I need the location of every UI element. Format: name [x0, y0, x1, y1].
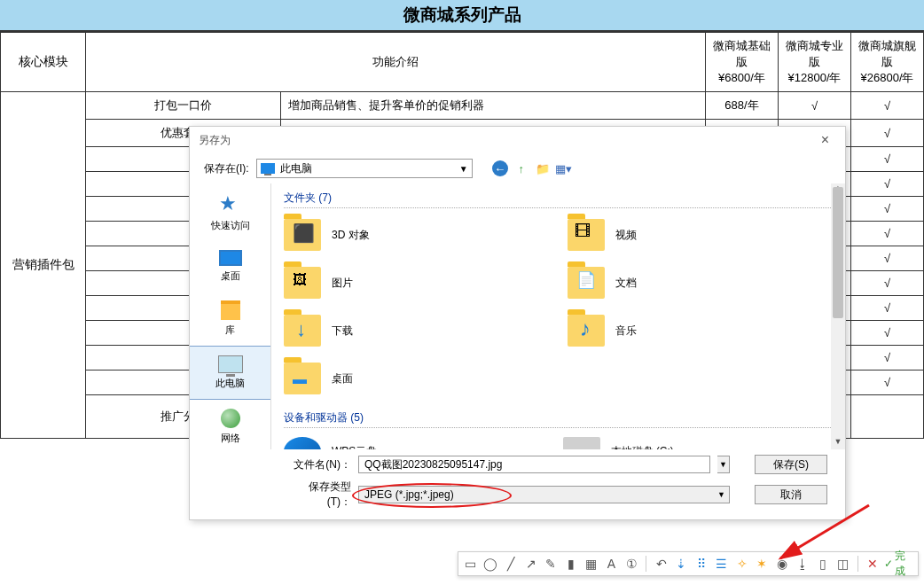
- sidebar-item-label: 此电脑: [215, 377, 245, 390]
- col-module: 核心模块: [1, 33, 86, 92]
- library-icon: [221, 300, 240, 320]
- drive-label: WPS云盘: [332, 444, 377, 450]
- new-folder-icon[interactable]: 📁: [535, 160, 551, 176]
- edit-tool-icon[interactable]: ✶: [754, 555, 771, 573]
- brush-tool-icon[interactable]: ✎: [543, 555, 560, 573]
- marker-tool-icon[interactable]: ▮: [563, 555, 580, 573]
- drive-label: 本地磁盘 (C:): [611, 444, 674, 450]
- location-select[interactable]: 此电脑 ▼: [256, 159, 473, 178]
- folder-label: 图片: [332, 276, 353, 291]
- chevron-down-icon: ▼: [717, 490, 725, 499]
- scroll-down-icon[interactable]: ▼: [831, 437, 845, 449]
- crop-tool-icon[interactable]: ✧: [733, 555, 750, 573]
- sidebar-item-lib[interactable]: 库: [190, 292, 270, 346]
- folder-label: 3D 对象: [332, 228, 370, 243]
- sidebar-item-desktop[interactable]: 桌面: [190, 241, 270, 292]
- phone-tool-icon[interactable]: ▯: [814, 555, 831, 573]
- scrollbar[interactable]: ▲ ▼: [831, 183, 845, 449]
- cell-ult: √: [851, 120, 924, 147]
- cancel-button[interactable]: 取消: [755, 485, 827, 504]
- col-basic: 微商城基础版 ¥6800/年: [706, 33, 779, 92]
- folder-icon: [284, 267, 321, 299]
- scroll-thumb[interactable]: [833, 187, 843, 318]
- folder-pictures[interactable]: 图片: [284, 267, 550, 299]
- record-tool-icon[interactable]: ◉: [774, 555, 791, 573]
- undo-tool-icon[interactable]: ↶: [653, 555, 670, 573]
- view-icon[interactable]: ▦▾: [556, 160, 572, 176]
- close-icon[interactable]: ×: [814, 132, 836, 148]
- cell-ult: [851, 395, 924, 439]
- col-ult: 微商城旗舰版 ¥26800/年: [851, 33, 924, 92]
- sidebar-item-network[interactable]: 网络: [190, 400, 270, 454]
- ellipse-tool-icon[interactable]: ◯: [482, 555, 499, 573]
- annotation-toolbar: ▭ ◯ ╱ ↗ ✎ ▮ ▦ A ① ↶ ⇣ ⠿ ☰ ✧ ✶ ◉ ⭳ ▯ ◫ ✕ …: [458, 551, 919, 576]
- save-as-dialog: 另存为 × 保存在(I): 此电脑 ▼ ← ↑ 📁 ▦▾ ★快速访问 桌面 库 …: [189, 126, 846, 520]
- drive-c[interactable]: 本地磁盘 (C:): [563, 437, 834, 449]
- folder-documents[interactable]: 文档: [568, 267, 834, 299]
- drive-icon: [563, 437, 600, 449]
- cell-ult: √: [851, 147, 924, 172]
- back-icon[interactable]: ←: [492, 160, 508, 176]
- folder-music[interactable]: 音乐: [568, 315, 834, 347]
- cell-ult: √: [851, 222, 924, 246]
- cell-ult: √: [851, 271, 924, 296]
- folder-label: 桌面: [332, 371, 353, 386]
- save-button[interactable]: 保存(S): [755, 455, 827, 474]
- file-list-area: 文件夹 (7) 3D 对象 视频 图片 文档 下载 音乐 桌面 设备和驱动器 (…: [271, 183, 845, 449]
- folder-desktop[interactable]: 桌面: [284, 363, 550, 394]
- cell-ult: √: [851, 246, 924, 271]
- cell-ult: √: [851, 370, 924, 395]
- folder-icon: [568, 315, 605, 347]
- filetype-value: JPEG (*.jpg;*.jpeg): [364, 488, 454, 501]
- folder-downloads[interactable]: 下载: [284, 315, 550, 347]
- rectangle-tool-icon[interactable]: ▭: [462, 555, 479, 573]
- folder-label: 视频: [615, 228, 637, 243]
- cell-ult: √: [851, 197, 924, 222]
- cell-ult: √: [851, 296, 924, 321]
- pin-tool-icon[interactable]: ◫: [834, 555, 851, 573]
- cell-ult: √: [851, 172, 924, 197]
- translate-tool-icon[interactable]: ⠿: [693, 555, 710, 573]
- text-tool-icon[interactable]: A: [603, 555, 620, 573]
- up-icon[interactable]: ↑: [513, 160, 529, 176]
- chevron-down-icon: ▼: [459, 164, 468, 174]
- dialog-title-text: 另存为: [199, 133, 231, 148]
- longscreenshot-tool-icon[interactable]: ⇣: [673, 555, 690, 573]
- cell-ult: √: [851, 92, 924, 120]
- thispc-icon: [218, 355, 243, 373]
- folder-icon: [284, 363, 321, 394]
- cell-basic: 688/年: [706, 92, 779, 120]
- cell-pro: √: [779, 92, 851, 120]
- feature-desc: 增加商品销售、提升客单价的促销利器: [281, 92, 706, 120]
- thispc-icon: [261, 163, 275, 174]
- save-in-label: 保存在(I):: [204, 161, 249, 176]
- cell-ult: √: [851, 346, 924, 370]
- separator: [857, 556, 858, 572]
- group-drives-header[interactable]: 设备和驱动器 (5): [284, 410, 833, 428]
- done-button[interactable]: ✓完成: [884, 549, 914, 579]
- group-folders-header[interactable]: 文件夹 (7): [284, 191, 833, 208]
- folder-3dobjects[interactable]: 3D 对象: [284, 219, 550, 251]
- number-tool-icon[interactable]: ①: [623, 555, 640, 573]
- folder-videos[interactable]: 视频: [568, 219, 834, 251]
- folder-icon: [568, 219, 605, 251]
- cancel-tool-icon[interactable]: ✕: [865, 555, 881, 573]
- drive-wps[interactable]: WPS云盘: [284, 437, 554, 449]
- filename-label: 文件名(N)：: [287, 457, 351, 472]
- line-tool-icon[interactable]: ╱: [502, 555, 519, 573]
- filetype-select[interactable]: JPEG (*.jpg;*.jpeg) ▼: [358, 486, 730, 503]
- ocr-tool-icon[interactable]: ☰: [714, 555, 731, 573]
- check-icon: ✓: [884, 558, 893, 570]
- folder-label: 下载: [332, 324, 353, 339]
- sidebar-item-label: 库: [225, 324, 235, 337]
- sidebar-item-thispc[interactable]: 此电脑: [190, 346, 270, 400]
- filename-input[interactable]: [358, 456, 710, 473]
- sidebar-item-label: 快速访问: [211, 219, 250, 232]
- download-tool-icon[interactable]: ⭳: [794, 555, 810, 573]
- module-cell: 营销插件包: [1, 92, 86, 439]
- arrow-tool-icon[interactable]: ↗: [522, 555, 539, 573]
- filename-dropdown-icon[interactable]: ▼: [717, 456, 730, 473]
- network-icon: [221, 409, 240, 428]
- sidebar-item-quick[interactable]: ★快速访问: [190, 183, 270, 241]
- mosaic-tool-icon[interactable]: ▦: [583, 555, 599, 573]
